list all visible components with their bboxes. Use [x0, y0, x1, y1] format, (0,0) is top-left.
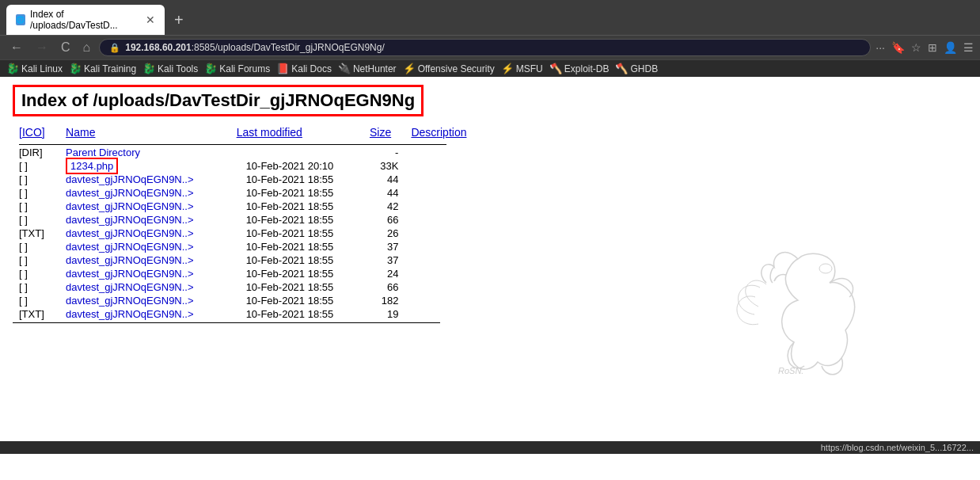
col-size[interactable]: Size	[363, 124, 405, 140]
lock-icon: 🔒	[109, 43, 120, 53]
file-name[interactable]: davtest_gjJRNOqEGN9N..>	[59, 213, 230, 227]
table-row: [ ]1234.php10-Feb-2021 20:1033K	[13, 159, 488, 173]
file-link[interactable]: davtest_gjJRNOqEGN9N..>	[66, 227, 193, 239]
file-name[interactable]: davtest_gjJRNOqEGN9N..>	[59, 200, 230, 213]
bookmark-offensive-security[interactable]: ⚡ Offensive Security	[403, 63, 495, 74]
refresh-button[interactable]: C	[57, 39, 74, 56]
status-url: https://blog.csdn.net/weixin_5...16722..…	[821, 443, 974, 452]
file-name[interactable]: davtest_gjJRNOqEGN9N..>	[59, 173, 230, 186]
tab-favicon: 🌐	[16, 14, 25, 25]
file-link[interactable]: davtest_gjJRNOqEGN9N..>	[66, 254, 193, 266]
star-icon[interactable]: ☆	[911, 41, 921, 54]
tab-close-button[interactable]: ✕	[146, 13, 155, 26]
file-name[interactable]: 1234.php	[59, 159, 230, 173]
bookmark-kali-tools[interactable]: 🐉 Kali Tools	[142, 63, 198, 74]
file-link[interactable]: davtest_gjJRNOqEGN9N..>	[66, 241, 193, 253]
bookmark-label: Offensive Security	[418, 63, 495, 74]
table-row: [ ]davtest_gjJRNOqEGN9N..>10-Feb-2021 18…	[13, 294, 488, 307]
address-bar[interactable]: 🔒 192.168.60.201:8585/uploads/DavTestDir…	[99, 39, 871, 56]
file-description	[405, 280, 488, 294]
file-link[interactable]: Parent Directory	[66, 147, 140, 158]
file-modified: 10-Feb-2021 18:55	[230, 213, 363, 227]
msfu-icon: ⚡	[501, 63, 514, 74]
file-name[interactable]: davtest_gjJRNOqEGN9N..>	[59, 307, 230, 321]
file-size: 24	[363, 267, 405, 280]
file-link[interactable]: davtest_gjJRNOqEGN9N..>	[66, 200, 193, 212]
offensive-security-icon: ⚡	[403, 63, 416, 74]
table-row: [ ]davtest_gjJRNOqEGN9N..>10-Feb-2021 18…	[13, 280, 488, 294]
file-modified: 10-Feb-2021 18:55	[230, 186, 363, 200]
file-link[interactable]: davtest_gjJRNOqEGN9N..>	[66, 268, 193, 280]
file-link[interactable]: davtest_gjJRNOqEGN9N..>	[66, 187, 193, 199]
file-modified: 10-Feb-2021 18:55	[230, 307, 363, 321]
file-size: 44	[363, 186, 405, 200]
bookmark-kali-forums[interactable]: 🐉 Kali Forums	[204, 63, 270, 74]
file-ico: [ ]	[13, 213, 59, 227]
bookmark-msfu[interactable]: ⚡ MSFU	[501, 63, 543, 74]
forward-button[interactable]: →	[32, 39, 52, 56]
bookmark-label: Kali Docs	[291, 63, 332, 74]
status-bar: https://blog.csdn.net/weixin_5...16722..…	[0, 441, 980, 454]
kali-linux-icon: 🐉	[6, 63, 19, 74]
file-link[interactable]: davtest_gjJRNOqEGN9N..>	[66, 281, 193, 293]
table-row: [ ]davtest_gjJRNOqEGN9N..>10-Feb-2021 18…	[13, 253, 488, 267]
bookmark-kali-linux[interactable]: 🐉 Kali Linux	[6, 63, 63, 74]
col-description[interactable]: Description	[405, 124, 488, 140]
bookmark-nethunter[interactable]: 🔌 NetHunter	[338, 63, 397, 74]
file-ico: [ ]	[13, 267, 59, 280]
col-last-modified[interactable]: Last modified	[230, 124, 363, 140]
kali-docs-icon: 📕	[276, 63, 289, 74]
table-row: [ ]davtest_gjJRNOqEGN9N..>10-Feb-2021 18…	[13, 240, 488, 253]
ghdb-icon: 🪓	[615, 63, 628, 74]
file-description	[405, 307, 488, 321]
file-link[interactable]: davtest_gjJRNOqEGN9N..>	[66, 173, 193, 185]
home-button[interactable]: ⌂	[79, 39, 95, 56]
file-ico: [ ]	[13, 240, 59, 253]
bookmark-exploit-db[interactable]: 🪓 Exploit-DB	[549, 63, 610, 74]
file-link[interactable]: davtest_gjJRNOqEGN9N..>	[66, 308, 193, 320]
file-modified: 10-Feb-2021 18:55	[230, 227, 363, 240]
sidebar-icon[interactable]: ⊞	[928, 41, 937, 54]
menu-icon[interactable]: ☰	[963, 41, 974, 54]
horse-watermark: RoSN.	[711, 235, 885, 378]
file-ico: [DIR]	[13, 146, 59, 159]
file-size: -	[363, 146, 405, 159]
bookmark-label: Exploit-DB	[564, 63, 610, 74]
active-tab[interactable]: 🌐 Index of /uploads/DavTestD... ✕	[6, 5, 165, 35]
bookmark-label: Kali Tools	[158, 63, 198, 74]
bookmark-kali-docs[interactable]: 📕 Kali Docs	[276, 63, 332, 74]
file-description	[405, 186, 488, 200]
nethunter-icon: 🔌	[338, 63, 351, 74]
col-name[interactable]: Name	[59, 124, 230, 140]
file-ico: [ ]	[13, 280, 59, 294]
file-name[interactable]: davtest_gjJRNOqEGN9N..>	[59, 280, 230, 294]
file-link[interactable]: davtest_gjJRNOqEGN9N..>	[66, 214, 193, 226]
bookmark-ghdb[interactable]: 🪓 GHDB	[615, 63, 658, 74]
file-modified: 10-Feb-2021 18:55	[230, 253, 363, 267]
file-name[interactable]: davtest_gjJRNOqEGN9N..>	[59, 267, 230, 280]
file-modified: 10-Feb-2021 18:55	[230, 294, 363, 307]
file-description	[405, 146, 488, 159]
file-description	[405, 267, 488, 280]
bookmark-icon[interactable]: 🔖	[891, 41, 905, 54]
new-tab-button[interactable]: +	[168, 10, 190, 31]
profile-icon[interactable]: 👤	[944, 41, 957, 54]
extensions-icon[interactable]: ···	[876, 41, 885, 54]
file-link[interactable]: 1234.php	[70, 160, 113, 172]
back-button[interactable]: ←	[6, 39, 27, 56]
file-name[interactable]: davtest_gjJRNOqEGN9N..>	[59, 253, 230, 267]
file-name[interactable]: davtest_gjJRNOqEGN9N..>	[59, 294, 230, 307]
bookmark-kali-training[interactable]: 🐉 Kali Training	[69, 63, 136, 74]
file-description	[405, 200, 488, 213]
file-name[interactable]: davtest_gjJRNOqEGN9N..>	[59, 240, 230, 253]
bookmark-label: Kali Training	[84, 63, 136, 74]
file-size: 19	[363, 307, 405, 321]
file-size: 66	[363, 280, 405, 294]
file-size: 182	[363, 294, 405, 307]
file-name[interactable]: davtest_gjJRNOqEGN9N..>	[59, 186, 230, 200]
file-size: 66	[363, 213, 405, 227]
file-link[interactable]: davtest_gjJRNOqEGN9N..>	[66, 295, 193, 307]
file-ico: [ ]	[13, 253, 59, 267]
file-name[interactable]: davtest_gjJRNOqEGN9N..>	[59, 227, 230, 240]
kali-tools-icon: 🐉	[142, 63, 155, 74]
